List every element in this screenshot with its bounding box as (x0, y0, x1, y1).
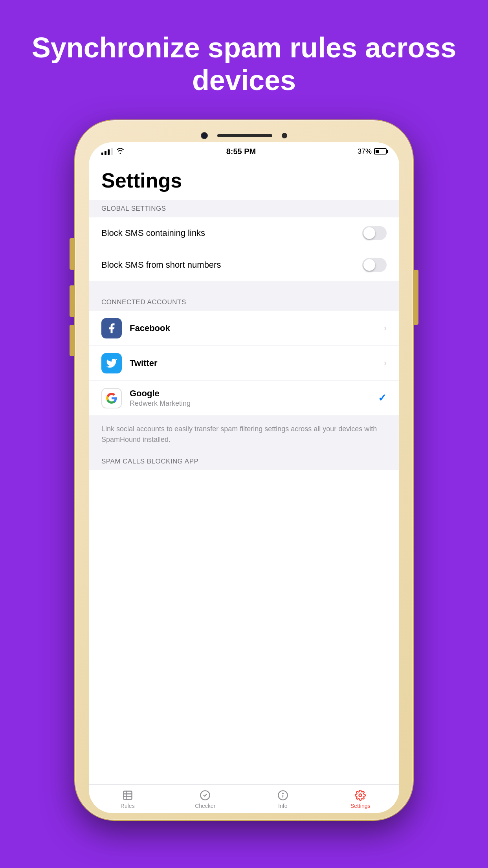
checker-icon (199, 789, 211, 801)
facebook-account-text: Facebook (130, 323, 376, 333)
short-numbers-label: Block SMS from short numbers (101, 260, 221, 270)
account-row-google[interactable]: Google Redwerk Marketing ✓ (89, 381, 399, 416)
battery-icon (374, 148, 387, 154)
account-row-twitter[interactable]: Twitter › (89, 346, 399, 381)
tab-bar: Rules Checker (89, 784, 399, 813)
global-settings-header: GLOBAL SETTINGS (89, 200, 399, 217)
google-account-text: Google Redwerk Marketing (130, 388, 370, 408)
svg-rect-0 (123, 791, 132, 799)
info-icon (277, 789, 289, 801)
screen-content[interactable]: Settings GLOBAL SETTINGS Block SMS conta… (89, 159, 399, 784)
facebook-icon-bg (101, 318, 122, 338)
svg-point-8 (359, 794, 362, 796)
twitter-icon-bg (101, 353, 122, 373)
twitter-chevron: › (384, 358, 387, 368)
section-gap-1 (89, 281, 399, 294)
battery-percent: 37% (358, 147, 372, 156)
phone-shell: 8:55 PM 37% Settings GLOBAL SETTINGS Blo… (75, 120, 413, 820)
connected-accounts-info: Link social accounts to easily transfer … (89, 416, 399, 453)
sms-links-toggle[interactable] (362, 226, 387, 240)
info-label: Info (278, 803, 287, 809)
front-camera (201, 132, 208, 139)
connected-accounts-header: CONNECTED ACCOUNTS (89, 294, 399, 311)
rules-label: Rules (121, 803, 135, 809)
short-numbers-toggle[interactable] (362, 258, 387, 272)
setting-row-short-numbers[interactable]: Block SMS from short numbers (89, 249, 399, 281)
wifi-icon (116, 147, 125, 156)
settings-icon (354, 789, 366, 801)
status-time: 8:55 PM (226, 147, 256, 156)
rules-icon (122, 789, 134, 801)
setting-row-sms-links[interactable]: Block SMS containing links (89, 217, 399, 249)
google-icon-bg (101, 388, 122, 408)
camera-dot (282, 133, 287, 138)
status-right: 37% (358, 147, 387, 156)
signal-bars (101, 148, 113, 155)
settings-label: Settings (350, 803, 371, 809)
page-title: Settings (89, 159, 399, 200)
status-bar: 8:55 PM 37% (89, 142, 399, 159)
hero-title: Synchronize spam rules across devices (0, 31, 488, 97)
facebook-chevron: › (384, 323, 387, 333)
google-checkmark: ✓ (378, 392, 387, 404)
tab-checker[interactable]: Checker (167, 785, 244, 813)
twitter-account-text: Twitter (130, 358, 376, 368)
twitter-name: Twitter (130, 358, 376, 368)
tab-info[interactable]: Info (244, 785, 322, 813)
tab-rules[interactable]: Rules (89, 785, 167, 813)
account-row-facebook[interactable]: Facebook › (89, 311, 399, 346)
status-left (101, 147, 125, 156)
checker-label: Checker (195, 803, 215, 809)
phone-screen: 8:55 PM 37% Settings GLOBAL SETTINGS Blo… (89, 142, 399, 813)
battery-fill (376, 150, 379, 153)
sms-links-label: Block SMS containing links (101, 228, 205, 238)
google-sub: Redwerk Marketing (130, 399, 370, 408)
phone-speaker (217, 134, 272, 137)
phone-top-bar (82, 127, 406, 142)
facebook-name: Facebook (130, 323, 376, 333)
tab-settings[interactable]: Settings (322, 785, 400, 813)
google-name: Google (130, 388, 370, 399)
spam-calls-header: SPAM CALLS BLOCKING APP (89, 453, 399, 470)
